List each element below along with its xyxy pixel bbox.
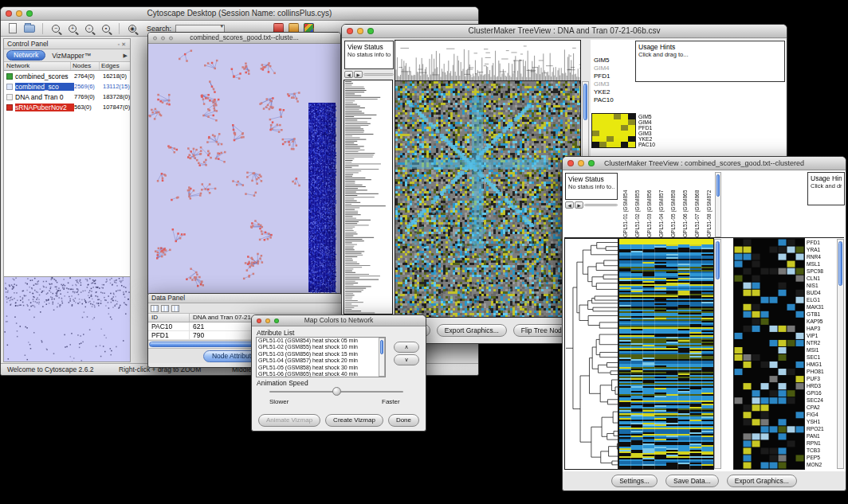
attribute-item[interactable]: GPL51-01 (GSM854) heat shock 05 min	[257, 338, 378, 344]
pager-track[interactable]	[363, 73, 394, 76]
row-dendrogram[interactable]	[565, 239, 618, 469]
gene-label[interactable]: PAC10	[594, 96, 614, 104]
gene-label[interactable]: PFD1	[594, 72, 614, 80]
dialog-button[interactable]: Create Vizmap	[325, 414, 383, 427]
gene-label[interactable]: GPI16	[807, 389, 836, 397]
action-button[interactable]: Export Graphics...	[727, 475, 797, 487]
scroll-thumb[interactable]	[583, 84, 587, 120]
chevron-down-icon[interactable]: ▾	[221, 23, 224, 29]
dialog-titlebar[interactable]: Map Colors to Network	[252, 315, 426, 326]
scroll-left-icon[interactable]: ◀	[344, 71, 353, 78]
pager-track[interactable]	[584, 204, 618, 206]
scroll-left-icon[interactable]: ◀	[565, 201, 574, 209]
create-attribute-icon[interactable]	[161, 305, 169, 312]
tab-network[interactable]: Network	[6, 50, 45, 61]
treeview-dna-titlebar[interactable]: ClusterMaker TreeView : DNA and Tran 07-…	[342, 25, 787, 38]
gene-list-scrollbar[interactable]	[837, 239, 844, 469]
gene-label[interactable]: PAN1	[807, 432, 836, 440]
cytoscape-titlebar[interactable]: Cytoscape Desktop (Session Name: collins…	[1, 7, 478, 21]
column-label[interactable]: GPL51-05 (GSM858	[667, 172, 679, 237]
close-icon[interactable]	[567, 160, 574, 166]
dialog-button[interactable]: Animate Vizmap	[258, 414, 320, 427]
gene-label[interactable]: TCB3	[807, 447, 836, 454]
attribute-item[interactable]: GPL51-05 (GSM858) heat shock 30 min	[257, 365, 378, 371]
minimize-icon[interactable]	[578, 160, 584, 166]
gene-label[interactable]: MSL1	[807, 260, 836, 268]
attribute-item[interactable]: GPL51-02 (GSM855) heat shock 10 min	[257, 344, 378, 350]
list-scrollbar[interactable]	[379, 338, 385, 377]
column-label[interactable]: GPL51-04 (GSM857	[655, 172, 667, 237]
treeview-combined-titlebar[interactable]: ClusterMaker TreeView : combined_scores_…	[563, 157, 846, 170]
zoom-window-icon[interactable]	[26, 10, 33, 17]
attribute-item[interactable]: GPL51-03 (GSM856) heat shock 15 min	[257, 351, 378, 357]
column-label[interactable]: GPL51-03 (GSM856	[643, 172, 655, 237]
gene-label[interactable]: KAP95	[807, 318, 836, 325]
close-icon[interactable]	[153, 36, 157, 40]
gene-label[interactable]: SEC1	[807, 354, 836, 361]
action-button[interactable]: Export Graphics...	[437, 324, 507, 337]
zoom-in-icon[interactable]: +	[65, 22, 80, 35]
column-label[interactable]: GPL51-07 (GSM868	[691, 172, 703, 237]
selection-matrix-thumbnail[interactable]	[592, 114, 635, 147]
heatmap-scrollbar[interactable]	[714, 239, 721, 469]
gene-label[interactable]: GTB1	[807, 311, 836, 318]
move-up-button[interactable]: ∧	[394, 342, 419, 353]
gene-label[interactable]: YRA1	[807, 246, 836, 253]
close-icon[interactable]	[257, 318, 261, 323]
scroll-thumb[interactable]	[838, 241, 842, 286]
network-row[interactable]: sRNAPuberNov2 563(0) 107847(0)	[4, 102, 130, 112]
minimize-icon[interactable]	[357, 28, 363, 34]
network-row[interactable]: combined_scores 2764(0) 16218(0)	[4, 71, 130, 81]
gene-label[interactable]: PHO81	[807, 368, 836, 375]
action-button[interactable]: Save Data...	[665, 475, 719, 487]
gene-label[interactable]: SEC24	[807, 397, 836, 404]
gene-label[interactable]: CLN1	[807, 275, 836, 282]
gene-label[interactable]: VIP1	[807, 332, 836, 339]
column-label[interactable]: GPL51-01 (GSM854	[619, 172, 631, 237]
gene-label[interactable]: RPO21	[807, 425, 836, 432]
gene-label[interactable]: GIM4	[594, 64, 614, 72]
gene-label[interactable]: HMG1	[807, 361, 836, 368]
action-button[interactable]: Settings...	[611, 475, 658, 487]
row-labels-strip[interactable]	[344, 80, 392, 314]
gene-label[interactable]: GIM5	[594, 57, 614, 64]
gene-label[interactable]: PFD1	[807, 239, 836, 246]
col-nodes[interactable]: Nodes	[71, 62, 100, 70]
zoom-window-icon[interactable]	[588, 160, 595, 166]
attribute-function-icon[interactable]	[171, 305, 179, 312]
gene-label[interactable]: RNR4	[807, 253, 836, 260]
tab-overflow-icon[interactable]: ▶	[124, 53, 128, 59]
close-icon[interactable]	[6, 10, 12, 17]
gene-label[interactable]: FIG4	[807, 411, 836, 418]
scroll-right-icon[interactable]: ▶	[575, 201, 583, 209]
gene-label[interactable]: PUF3	[807, 375, 836, 382]
attribute-item[interactable]: GPL51-04 (GSM857) heat shock 20 min	[257, 357, 378, 364]
slider-thumb[interactable]	[332, 387, 341, 396]
gene-label[interactable]: YKE2	[594, 88, 614, 96]
close-icon[interactable]	[347, 28, 353, 34]
gene-label[interactable]: HAP3	[807, 325, 836, 332]
network-row[interactable]: DNA and Tran 0 7769(0) 183728(0)	[4, 92, 130, 102]
expression-heatmap[interactable]	[619, 239, 713, 469]
minimize-icon[interactable]	[161, 36, 165, 40]
zoom-out-icon[interactable]: −	[49, 22, 63, 35]
gene-label[interactable]: RPN1	[807, 440, 836, 447]
minimize-icon[interactable]	[265, 318, 270, 323]
correlation-heatmap[interactable]	[395, 81, 580, 317]
gene-label[interactable]: CPA2	[807, 404, 836, 411]
scroll-right-icon[interactable]: ▶	[354, 71, 363, 78]
attribute-item[interactable]: GPL51-06 (GSM865) heat shock 40 min	[257, 371, 378, 377]
data-panel-header[interactable]: Data Panel	[148, 294, 341, 303]
close-panel-icon[interactable]: ✕	[121, 41, 128, 47]
gene-label[interactable]: MSI1	[807, 346, 836, 354]
new-session-icon[interactable]	[6, 22, 20, 35]
column-label[interactable]: GPL51-06 (GSM865	[679, 172, 691, 237]
zoom-selected-icon[interactable]: ▪	[99, 22, 113, 35]
gene-label[interactable]: NTR2	[807, 339, 836, 346]
label-scrollbar[interactable]	[715, 172, 721, 237]
gene-label[interactable]: ELG1	[807, 296, 836, 303]
scroll-thumb[interactable]	[716, 174, 720, 197]
open-file-icon[interactable]	[22, 22, 37, 35]
column-dendrogram[interactable]	[395, 41, 580, 80]
scroll-thumb[interactable]	[716, 241, 720, 279]
